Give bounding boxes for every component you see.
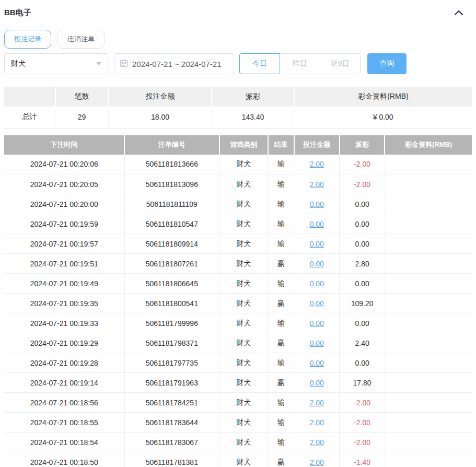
quick-range-last-8-days[interactable]: 近8日 <box>320 53 361 74</box>
tab-bet-records[interactable]: 投注记录 <box>4 30 51 49</box>
table-row: 2024-07-21 00:19:575061181809914财犬输0.000… <box>4 234 472 254</box>
cell-bonus <box>385 373 472 393</box>
summary-column-header: 派彩 <box>212 87 294 107</box>
table-row: 2024-07-21 00:19:145061181791963财犬赢0.001… <box>4 373 472 393</box>
cell-game: 财犬 <box>219 194 268 214</box>
cell-result: 输 <box>268 234 294 254</box>
bet-amount-link[interactable]: 2.00 <box>310 458 324 466</box>
cell-bet: 0.00 <box>294 373 340 393</box>
cell-game: 财犬 <box>219 452 268 467</box>
bet-amount-link[interactable]: 2.00 <box>310 399 324 407</box>
bet-amount-link[interactable]: 0.00 <box>310 260 324 268</box>
chevron-up-icon[interactable] <box>453 7 465 19</box>
bet-amount-link[interactable]: 2.00 <box>310 438 324 447</box>
quick-range-yesterday[interactable]: 昨日 <box>280 53 320 74</box>
cell-result: 赢 <box>268 254 294 274</box>
cell-order_no: 5061181813096 <box>124 174 219 194</box>
summary-column-header: 彩金资料(RMB) <box>294 87 472 107</box>
cell-bonus <box>385 254 472 274</box>
summary-payout: 143.40 <box>212 107 294 128</box>
cell-payout: 0.00 <box>340 214 385 234</box>
cell-bet: 2.00 <box>294 393 340 413</box>
date-range-picker[interactable]: 2024-07-21 ~ 2024-07-21 <box>114 53 234 74</box>
game-select[interactable]: 财犬 <box>4 53 108 74</box>
summary-column-header <box>4 87 55 107</box>
cell-bet: 0.00 <box>294 313 340 333</box>
cell-game: 财犬 <box>219 274 268 294</box>
quick-range-today[interactable]: 今日 <box>239 53 280 74</box>
bet-amount-link[interactable]: 0.00 <box>310 279 324 288</box>
game-select-value: 财犬 <box>11 59 26 68</box>
cell-payout: -2.00 <box>340 174 385 194</box>
cell-result: 输 <box>268 214 294 234</box>
cell-time: 2024-07-21 00:19:14 <box>4 373 124 393</box>
cell-order_no: 5061181807261 <box>124 254 219 274</box>
bet-records-panel: BB电子 投注记录连消注单 财犬 <box>0 0 476 467</box>
cell-result: 输 <box>268 155 294 174</box>
cell-game: 财犬 <box>219 234 268 254</box>
summary-table: 笔数投注金额派彩彩金资料(RMB) 总计 29 18.00 143.40 ¥ 0… <box>4 87 472 129</box>
bet-amount-link[interactable]: 0.00 <box>310 220 324 228</box>
cell-bonus <box>385 333 472 353</box>
bet-column-header: 注单编号 <box>124 135 219 155</box>
summary-bet-amount: 18.00 <box>109 107 212 128</box>
bet-amount-link[interactable]: 2.00 <box>310 180 324 189</box>
bet-amount-link[interactable]: 0.00 <box>310 339 324 347</box>
cell-payout: 0.00 <box>340 274 385 294</box>
calendar-icon <box>120 59 128 69</box>
cell-bonus <box>385 313 472 333</box>
bet-amount-link[interactable]: 0.00 <box>310 379 324 387</box>
bet-amount-link[interactable]: 0.00 <box>310 299 324 308</box>
bet-amount-link[interactable]: 0.00 <box>310 359 324 367</box>
cell-order_no: 5061181791963 <box>124 373 219 393</box>
cell-time: 2024-07-21 00:19:35 <box>4 294 124 313</box>
cell-payout: 109.20 <box>340 294 385 313</box>
cell-bet: 2.00 <box>294 174 340 194</box>
cell-time: 2024-07-21 00:20:05 <box>4 174 124 194</box>
bet-amount-link[interactable]: 0.00 <box>310 240 324 248</box>
cell-result: 输 <box>268 174 294 194</box>
cell-payout: 0.00 <box>340 353 385 373</box>
cell-result: 赢 <box>268 294 294 313</box>
table-row: 2024-07-21 00:20:005061181811109财犬输0.000… <box>4 194 472 214</box>
cell-result: 赢 <box>268 373 294 393</box>
cell-order_no: 5061181781381 <box>124 452 219 467</box>
cell-game: 财犬 <box>219 333 268 353</box>
cell-time: 2024-07-21 00:18:50 <box>4 452 124 467</box>
cell-order_no: 5061181783067 <box>124 433 219 452</box>
summary-column-header: 笔数 <box>55 87 109 107</box>
cell-order_no: 5061181810547 <box>124 214 219 234</box>
summary-total-label: 总计 <box>4 107 55 128</box>
cell-bet: 0.00 <box>294 353 340 373</box>
bet-amount-link[interactable]: 2.00 <box>310 160 324 168</box>
cell-bet: 0.00 <box>294 333 340 353</box>
cell-result: 输 <box>268 393 294 413</box>
cell-time: 2024-07-21 00:19:28 <box>4 353 124 373</box>
bet-column-header: 彩金资料(RMB) <box>385 135 472 155</box>
bet-amount-link[interactable]: 0.00 <box>310 200 324 208</box>
cell-game: 财犬 <box>219 393 268 413</box>
cell-game: 财犬 <box>219 373 268 393</box>
cell-order_no: 5061181811109 <box>124 194 219 214</box>
bet-amount-link[interactable]: 2.00 <box>310 418 324 427</box>
cell-payout: 2.80 <box>340 254 385 274</box>
query-button[interactable]: 查询 <box>367 53 407 74</box>
cell-result: 输 <box>268 413 294 433</box>
tab-cancelled-orders[interactable]: 连消注单 <box>57 30 105 49</box>
date-range-value: 2024-07-21 ~ 2024-07-21 <box>132 60 222 68</box>
cell-time: 2024-07-21 00:20:00 <box>4 194 124 214</box>
cell-time: 2024-07-21 00:18:54 <box>4 433 124 452</box>
cell-bet: 0.00 <box>294 194 340 214</box>
summary-bonus: ¥ 0.00 <box>294 107 472 128</box>
bet-amount-link[interactable]: 0.00 <box>310 319 324 328</box>
cell-payout: -2.00 <box>340 433 385 452</box>
cell-order_no: 5061181813666 <box>124 155 219 174</box>
page-title: BB电子 <box>4 8 31 18</box>
cell-game: 财犬 <box>219 214 268 234</box>
cell-bonus <box>385 194 472 214</box>
cell-payout: -2.00 <box>340 393 385 413</box>
cell-game: 财犬 <box>219 254 268 274</box>
chevron-down-icon <box>96 62 101 65</box>
cell-order_no: 5061181783644 <box>124 413 219 433</box>
table-row: 2024-07-21 00:20:065061181813666财犬输2.00-… <box>4 155 472 174</box>
